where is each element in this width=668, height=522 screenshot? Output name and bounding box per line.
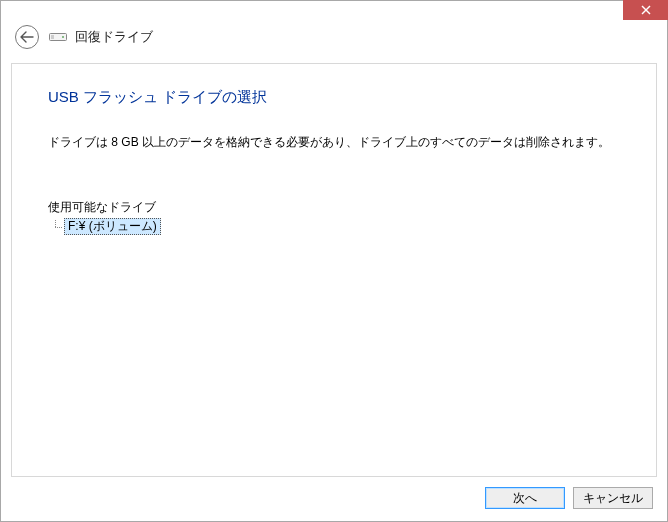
description-text: ドライブは 8 GB 以上のデータを格納できる必要があり、ドライブ上のすべてのデ… — [48, 133, 620, 151]
next-button[interactable]: 次へ — [485, 487, 565, 509]
list-item: F:¥ (ボリューム) — [52, 218, 620, 235]
cancel-button[interactable]: キャンセル — [573, 487, 653, 509]
tree-connector-icon — [52, 220, 64, 234]
available-drives-label: 使用可能なドライブ — [48, 199, 620, 216]
wizard-window: 回復ドライブ USB フラッシュ ドライブの選択 ドライブは 8 GB 以上のデ… — [0, 0, 668, 522]
drive-icon — [49, 32, 67, 42]
titlebar — [1, 1, 667, 23]
arrow-left-icon — [20, 31, 34, 43]
drive-list: F:¥ (ボリューム) — [52, 218, 620, 235]
footer: 次へ キャンセル — [1, 477, 667, 521]
header-title: 回復ドライブ — [75, 28, 153, 46]
content-panel: USB フラッシュ ドライブの選択 ドライブは 8 GB 以上のデータを格納でき… — [11, 63, 657, 477]
back-button[interactable] — [15, 25, 39, 49]
close-button[interactable] — [623, 0, 668, 20]
svg-rect-3 — [51, 35, 54, 39]
page-title: USB フラッシュ ドライブの選択 — [48, 88, 620, 107]
svg-point-4 — [62, 36, 64, 38]
close-icon — [641, 5, 651, 15]
header: 回復ドライブ — [1, 23, 667, 63]
drive-entry[interactable]: F:¥ (ボリューム) — [64, 218, 161, 235]
